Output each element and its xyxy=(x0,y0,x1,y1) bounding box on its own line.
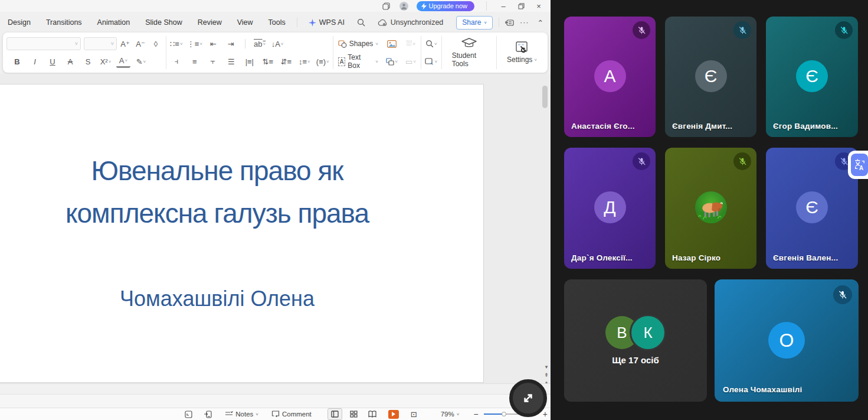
reading-view-button[interactable] xyxy=(365,409,379,419)
font-color-button[interactable]: A˅ xyxy=(116,56,130,68)
zoom-level[interactable]: 79% ˅ xyxy=(438,409,463,419)
mic-off-icon xyxy=(839,25,849,35)
menu-transitions[interactable]: Transitions xyxy=(38,18,90,27)
increase-font-icon[interactable]: A⁺ xyxy=(118,37,132,51)
previous-slide-icon[interactable]: ⇞ xyxy=(544,372,549,379)
mic-off-icon xyxy=(637,25,647,35)
minimize-button[interactable]: – xyxy=(499,2,508,11)
account-avatar[interactable] xyxy=(399,2,408,11)
fill-color-button[interactable]: ⛆˅ xyxy=(404,37,418,51)
zoom-slider-thumb[interactable] xyxy=(502,412,506,416)
participant-name: Євгенія Дмит... xyxy=(672,122,732,131)
normal-view-button[interactable] xyxy=(327,408,342,420)
font-name-combo[interactable]: ˅ xyxy=(6,37,81,50)
notes-pane-splitter[interactable] xyxy=(0,383,551,395)
participant-name: Анастасія Єго... xyxy=(571,122,635,131)
participant-tile[interactable]: Є Єгор Вадимов... xyxy=(766,17,858,137)
distribute-icon[interactable]: |≡| xyxy=(243,54,257,69)
menu-view[interactable]: View xyxy=(230,18,261,27)
translate-fab[interactable]: A xyxy=(848,151,868,179)
menubar: Design Transitions Animation Slide Show … xyxy=(0,13,551,32)
participant-tile[interactable]: А Анастасія Єго... xyxy=(564,17,656,137)
align-center-icon[interactable]: ≡ xyxy=(188,54,202,69)
character-spacing-button[interactable]: ab˅ xyxy=(253,37,267,51)
search-icon[interactable] xyxy=(357,18,365,27)
menu-animation[interactable]: Animation xyxy=(90,18,138,27)
numbering-button[interactable]: ⋮≡˅ xyxy=(187,37,202,51)
task-window-icon[interactable] xyxy=(182,409,195,419)
text-direction-button[interactable]: ↓A˅ xyxy=(270,37,284,51)
decrease-font-icon[interactable]: A⁻ xyxy=(133,37,148,51)
shadow-button[interactable]: S xyxy=(81,54,95,69)
vertical-scrollbar[interactable] xyxy=(542,86,548,108)
align-left-icon[interactable]: ⫞ xyxy=(169,54,184,69)
slide-sorter-view-button[interactable] xyxy=(347,409,361,419)
menu-slideshow[interactable]: Slide Show xyxy=(137,18,190,27)
participant-tile[interactable]: Д Дар`я Олексії... xyxy=(564,148,656,269)
shapes-button[interactable]: Shapes˅ xyxy=(336,37,380,51)
find-button[interactable]: ˅ xyxy=(424,37,438,51)
participant-tile[interactable]: О Олена Чомахашвілі xyxy=(715,279,859,402)
slide-title[interactable]: Ювенальне право як комплексна галузь пра… xyxy=(0,149,434,235)
slide-subtitle[interactable]: Чомахашвілі Олена xyxy=(0,286,434,311)
spacing-before-icon[interactable]: ⇅≡ xyxy=(261,54,275,69)
picture-icon[interactable] xyxy=(385,37,399,51)
collapse-ribbon-icon[interactable]: ⌃ xyxy=(535,18,551,27)
slide-page[interactable]: Ювенальне право як комплексна галузь пра… xyxy=(0,84,484,383)
bullets-button[interactable]: ∷≡˅ xyxy=(169,37,184,51)
decrease-indent-icon[interactable]: ⇤ xyxy=(206,37,220,51)
outline-color-button[interactable]: ▭˅ xyxy=(404,54,418,69)
wps-ai-button[interactable]: WPS AI xyxy=(301,18,352,27)
settings-button[interactable]: Settings˅ xyxy=(500,35,544,70)
comment-button[interactable]: Comment xyxy=(268,409,315,419)
highlight-button[interactable]: ✎˅ xyxy=(134,54,148,69)
pin-toolbar-icon[interactable] xyxy=(505,19,514,27)
justify-icon[interactable]: ☰ xyxy=(224,54,238,69)
divider xyxy=(441,36,442,69)
slide-layout-button[interactable]: ˅ xyxy=(424,54,438,69)
line-spacing-button[interactable]: ↕≡˅ xyxy=(297,54,312,69)
more-options-icon[interactable]: ··· xyxy=(514,18,535,27)
participant-tile[interactable]: Є Євгенія Дмит... xyxy=(665,17,756,137)
insert-group: Shapes˅ ⛆˅ A Text Box˅ ˅ ▭˅ xyxy=(336,35,418,70)
slideshow-play-button[interactable] xyxy=(385,409,402,419)
upgrade-label: Upgrade now xyxy=(429,2,467,9)
ribbon: ˅ ˅ A⁺ A⁻ ◊ B I U A S X²˅ A˅ ✎˅ ∷≡˅ ⋮≡˅ xyxy=(3,32,548,73)
window-switch-icon[interactable] xyxy=(382,1,391,11)
paragraph-settings-button[interactable]: (≡)˅ xyxy=(316,54,330,69)
student-tools-button[interactable]: Student Tools xyxy=(445,35,494,70)
textbox-button[interactable]: A Text Box˅ xyxy=(336,54,380,69)
spacing-after-icon[interactable]: ⇵≡ xyxy=(279,54,293,69)
scroll-down-icon[interactable]: ▾ xyxy=(545,364,548,370)
upgrade-button[interactable]: Upgrade now xyxy=(417,1,474,11)
menu-design[interactable]: Design xyxy=(0,18,38,27)
arrange-button[interactable]: ˅ xyxy=(385,54,399,69)
font-size-combo[interactable]: ˅ xyxy=(84,37,117,50)
close-button[interactable]: × xyxy=(534,2,543,11)
notes-pane[interactable] xyxy=(0,394,551,408)
notes-button[interactable]: Notes ˅ xyxy=(222,409,261,419)
share-button[interactable]: Share ˅ xyxy=(456,16,493,30)
italic-button[interactable]: I xyxy=(28,54,42,69)
translate-icon: A xyxy=(851,154,868,176)
superscript-button[interactable]: X²˅ xyxy=(99,54,113,69)
increase-indent-icon[interactable]: ⇥ xyxy=(224,37,238,51)
settings-wrench-icon xyxy=(516,41,529,53)
sync-status[interactable]: Unsynchronized xyxy=(378,18,444,27)
participant-tile[interactable]: Є Євгенія Вален... xyxy=(766,148,858,269)
bold-button[interactable]: B xyxy=(10,54,24,69)
menu-review[interactable]: Review xyxy=(190,18,230,27)
fullscreen-button[interactable]: ⊡ xyxy=(408,409,420,419)
restore-button[interactable] xyxy=(516,3,526,9)
align-right-icon[interactable]: ⫟ xyxy=(206,54,220,69)
expand-button[interactable] xyxy=(509,379,547,417)
zoom-out-button[interactable]: − xyxy=(470,409,481,419)
underline-button[interactable]: U xyxy=(45,54,60,69)
avatar: Д xyxy=(594,191,626,223)
participant-tile[interactable]: Назар Сірко xyxy=(665,148,756,269)
strikethrough-button[interactable]: A xyxy=(63,54,77,69)
menu-tools[interactable]: Tools xyxy=(261,18,293,27)
clear-format-icon[interactable]: ◊ xyxy=(149,37,163,51)
phone-sync-icon[interactable] xyxy=(201,409,215,419)
more-participants-tile[interactable]: В К Ще 17 осіб xyxy=(564,279,707,402)
